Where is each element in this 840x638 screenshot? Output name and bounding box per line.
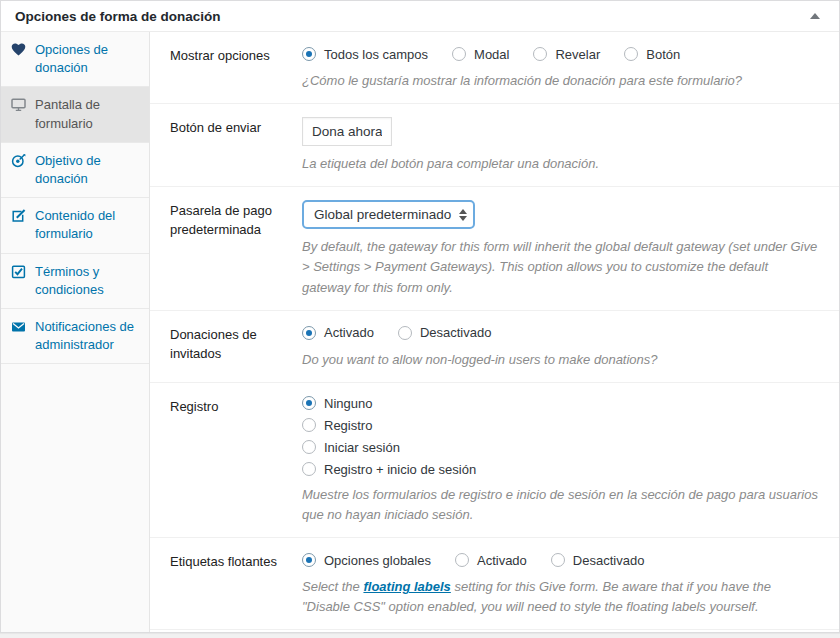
radio-dot-icon	[533, 47, 547, 61]
panel-header: Opciones de forma de donación	[1, 1, 839, 32]
radio-dot-icon	[302, 326, 316, 340]
radio-modal[interactable]: Modal	[452, 47, 509, 62]
radio-ninguno[interactable]: Ninguno	[302, 396, 819, 411]
radio-label: Desactivado	[573, 553, 645, 568]
field-row-submit-button: Botón de enviar La etiqueta del botón pa…	[150, 104, 839, 187]
sidebar-item-terms-conditions[interactable]: Términos y condiciones	[1, 254, 149, 309]
field-label: Donaciones de invitados	[170, 324, 302, 370]
heart-icon	[11, 41, 27, 77]
floating-labels-link[interactable]: floating labels	[363, 579, 450, 594]
triangle-up-icon	[810, 13, 820, 19]
radio-dot-icon	[551, 553, 565, 567]
radio-dot-icon	[398, 326, 412, 340]
sidebar-item-label: Notificaciones de administrador	[35, 318, 143, 354]
sidebar-item-donation-options[interactable]: Opciones de donación	[1, 32, 149, 87]
field-help-text: Do you want to allow non-logged-in users…	[302, 350, 819, 370]
collapse-panel-button[interactable]	[805, 6, 825, 26]
field-row-default-gateway: Pasarela de pago predeterminada Global p…	[150, 187, 839, 310]
radio-revelar[interactable]: Revelar	[533, 47, 600, 62]
radio-dot-icon	[302, 396, 316, 410]
radio-iniciar-sesion[interactable]: Iniciar sesión	[302, 440, 819, 455]
radio-dot-icon	[302, 462, 316, 476]
radio-opciones-globales[interactable]: Opciones globales	[302, 553, 431, 568]
field-label: Registro	[170, 396, 302, 525]
panel-title: Opciones de forma de donación	[15, 9, 221, 24]
radio-registro-inicio-sesion[interactable]: Registro + inicio de sesión	[302, 462, 819, 477]
radio-desactivado-flotantes[interactable]: Desactivado	[551, 553, 645, 568]
radio-label: Iniciar sesión	[324, 440, 400, 455]
radio-label: Todos los campos	[324, 47, 428, 62]
help-footer: ¿Necesitas ayuda? Ver documentos en "Pan…	[150, 630, 839, 638]
settings-sidebar: Opciones de donación Pantalla de formula…	[1, 32, 150, 632]
field-help-text: By default, the gateway for this form wi…	[302, 237, 819, 297]
radio-dot-icon	[452, 47, 466, 61]
field-label: Etiquetas flotantes	[170, 551, 302, 617]
radio-dot-icon	[302, 440, 316, 454]
sidebar-item-admin-notifications[interactable]: Notificaciones de administrador	[1, 309, 149, 364]
sidebar-item-label: Objetivo de donación	[35, 152, 143, 188]
radio-label: Ninguno	[324, 396, 372, 411]
radio-dot-icon	[624, 47, 638, 61]
radio-label: Opciones globales	[324, 553, 431, 568]
default-gateway-select[interactable]: Global predeterminado	[302, 200, 475, 229]
email-icon	[11, 318, 27, 354]
donation-form-options-panel: Opciones de forma de donación Opciones d…	[0, 0, 840, 633]
field-help-text: ¿Cómo le gustaría mostrar la información…	[302, 71, 819, 91]
select-arrows-icon	[459, 209, 467, 221]
radio-dot-icon	[302, 553, 316, 567]
field-help-text: Muestre los formularios de registro e in…	[302, 485, 819, 525]
radio-label: Activado	[324, 325, 374, 340]
radio-activado[interactable]: Activado	[302, 325, 374, 340]
target-icon	[11, 152, 27, 188]
sidebar-item-donation-goal[interactable]: Objetivo de donación	[1, 143, 149, 198]
radio-label: Registro	[324, 418, 372, 433]
radio-registro[interactable]: Registro	[302, 418, 819, 433]
radio-dot-icon	[455, 553, 469, 567]
field-help-text: Select the floating labels setting for t…	[302, 577, 819, 617]
radio-label: Botón	[646, 47, 680, 62]
radio-activado-flotantes[interactable]: Activado	[455, 553, 527, 568]
monitor-icon	[11, 96, 27, 132]
field-label: Botón de enviar	[170, 117, 302, 174]
sidebar-item-label: Contenido del formulario	[35, 207, 143, 243]
field-row-guest-donations: Donaciones de invitados Activado Desacti…	[150, 311, 839, 383]
sidebar-item-label: Pantalla de formulario	[35, 96, 143, 132]
sidebar-item-label: Opciones de donación	[35, 41, 143, 77]
field-row-registration: Registro Ninguno Registro Iniciar sesión…	[150, 383, 839, 538]
field-row-floating-labels: Etiquetas flotantes Opciones globales Ac…	[150, 538, 839, 630]
help-text-pre: Select the	[302, 579, 363, 594]
sidebar-item-label: Términos y condiciones	[35, 263, 143, 299]
edit-icon	[11, 207, 27, 243]
radio-label: Activado	[477, 553, 527, 568]
radio-dot-icon	[302, 47, 316, 61]
radio-label: Modal	[474, 47, 509, 62]
radio-todos-los-campos[interactable]: Todos los campos	[302, 47, 428, 62]
radio-label: Desactivado	[420, 325, 492, 340]
sidebar-item-form-content[interactable]: Contenido del formulario	[1, 198, 149, 253]
radio-dot-icon	[302, 418, 316, 432]
field-label: Pasarela de pago predeterminada	[170, 200, 302, 297]
field-row-display-options: Mostrar opciones Todos los campos Modal …	[150, 32, 839, 104]
field-help-text: La etiqueta del botón para completar una…	[302, 154, 819, 174]
checkbox-icon	[11, 263, 27, 299]
radio-label: Revelar	[555, 47, 600, 62]
radio-desactivado[interactable]: Desactivado	[398, 325, 492, 340]
submit-button-label-input[interactable]	[302, 117, 392, 146]
settings-main: Mostrar opciones Todos los campos Modal …	[150, 32, 839, 632]
select-value: Global predeterminado	[314, 207, 451, 222]
radio-label: Registro + inicio de sesión	[324, 462, 476, 477]
field-label: Mostrar opciones	[170, 45, 302, 91]
sidebar-item-form-display[interactable]: Pantalla de formulario	[1, 87, 149, 142]
radio-boton[interactable]: Botón	[624, 47, 680, 62]
